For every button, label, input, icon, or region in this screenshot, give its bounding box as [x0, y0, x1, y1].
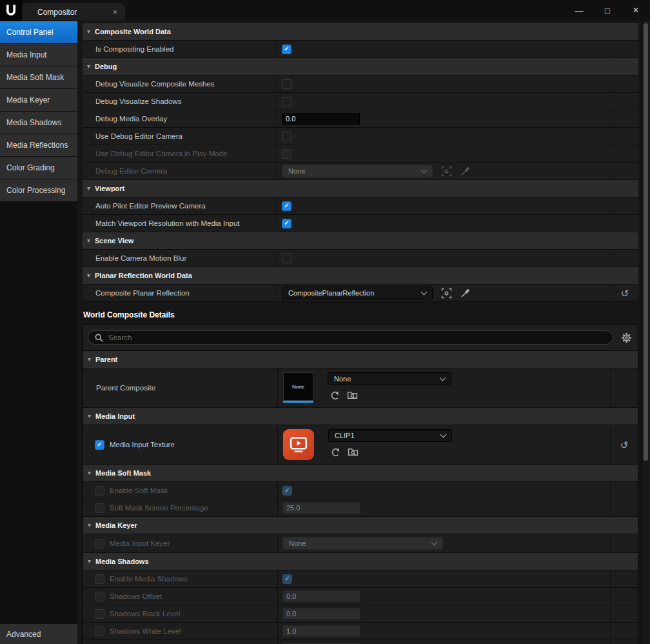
debug-visualize-shadows-checkbox[interactable]: [282, 97, 291, 106]
property-label: Soft Mask Screen Percentage: [110, 504, 208, 512]
section-header-debug[interactable]: ▾ Debug: [83, 58, 638, 75]
sidebar-item-media-keyer[interactable]: Media Keyer: [0, 89, 77, 111]
property-label: Media Input Keyer: [110, 539, 170, 547]
section-header-media-soft-mask[interactable]: ▾ Media Soft Mask: [83, 465, 638, 482]
reset-to-default-icon[interactable]: ↺: [621, 288, 629, 298]
row-shadows-gamma: Shadows Gamma: [83, 640, 638, 644]
tab-close-icon[interactable]: ×: [113, 8, 117, 17]
section-header-viewport[interactable]: ▾ Viewport: [83, 180, 638, 197]
browse-to-asset-icon[interactable]: [348, 447, 359, 458]
section-header-media-keyer[interactable]: ▾ Media Keyer: [83, 517, 638, 534]
eyedropper-icon[interactable]: [460, 288, 471, 298]
soft-mask-screen-percentage-override-checkbox[interactable]: [95, 503, 104, 513]
check-icon: ✓: [284, 576, 290, 582]
details-search-bar: [83, 325, 638, 351]
enable-camera-motion-blur-checkbox[interactable]: [282, 254, 291, 263]
unreal-logo-icon: [0, 0, 22, 21]
chevron-down-icon: [440, 374, 446, 381]
pick-actor-icon[interactable]: [441, 288, 452, 299]
scrollbar[interactable]: [641, 21, 650, 644]
sidebar-item-media-shadows[interactable]: Media Shadows: [0, 112, 77, 134]
row-soft-mask-screen-percentage: Soft Mask Screen Percentage: [83, 499, 638, 517]
collapse-triangle-icon: ▾: [88, 356, 91, 363]
property-label: Use Debug Editor Camera in Play Mode: [95, 150, 228, 157]
property-label: Enable Media Shadows: [110, 575, 188, 583]
match-viewport-resolution-checkbox[interactable]: ✓: [282, 219, 291, 228]
settings-gear-icon[interactable]: [619, 332, 633, 343]
section-header-planar-reflection-world-data[interactable]: ▾ Planar Reflection World Data: [83, 267, 638, 285]
row-parent-composite: Parent Composite None None: [83, 368, 638, 408]
reset-to-default-icon[interactable]: ↺: [620, 440, 629, 450]
media-input-texture-override-checkbox[interactable]: ✓: [95, 440, 104, 450]
composite-planar-reflection-dropdown[interactable]: CompositePlanarReflection: [282, 287, 433, 299]
titlebar-drag-area[interactable]: [125, 0, 565, 21]
debug-media-overlay-input[interactable]: [282, 113, 360, 125]
property-label: Media Input Texture: [110, 441, 175, 448]
scrollbar-thumb[interactable]: [644, 23, 648, 461]
section-header-composite-world-data[interactable]: ▾ Composite World Data: [83, 23, 638, 41]
minimize-button[interactable]: —: [565, 0, 593, 21]
row-use-debug-editor-camera-play-mode: Use Debug Editor Camera in Play Mode: [83, 145, 638, 163]
chevron-down-icon: [440, 431, 447, 438]
row-shadows-black-level: Shadows Black Level: [83, 605, 638, 623]
row-debug-visualize-composite-meshes: Debug Visualize Composite Meshes: [83, 75, 638, 93]
property-label: Composite Planar Reflection: [95, 289, 190, 297]
property-label: Shadows Offset: [110, 592, 162, 600]
sidebar-item-media-reflections[interactable]: Media Reflections: [0, 134, 77, 156]
search-field[interactable]: [88, 330, 613, 345]
collapse-triangle-icon: ▾: [87, 185, 90, 192]
media-texture-thumbnail[interactable]: [283, 429, 314, 460]
chevron-down-icon: [421, 288, 428, 295]
property-label: Parent Composite: [96, 384, 155, 392]
media-input-keyer-override-checkbox[interactable]: [95, 539, 104, 548]
search-input[interactable]: [108, 334, 607, 341]
enable-soft-mask-checkbox: ✓: [282, 486, 292, 496]
row-shadows-offset: Shadows Offset: [83, 588, 638, 605]
check-icon: ✓: [284, 203, 289, 209]
shadows-black-level-override-checkbox[interactable]: [95, 609, 104, 619]
is-compositing-enabled-checkbox[interactable]: ✓: [282, 45, 291, 54]
media-input-keyer-dropdown: None: [282, 537, 443, 550]
sidebar-item-color-grading[interactable]: Color Grading: [0, 157, 77, 179]
use-selected-asset-icon[interactable]: [330, 390, 340, 401]
media-player-icon: [289, 435, 308, 454]
sidebar-item-advanced[interactable]: Advanced: [0, 624, 77, 644]
shadows-white-level-override-checkbox[interactable]: [95, 627, 104, 636]
media-input-texture-dropdown[interactable]: CLIP1: [328, 429, 452, 442]
enable-media-shadows-override-checkbox[interactable]: [95, 574, 104, 584]
enable-soft-mask-override-checkbox[interactable]: [95, 486, 104, 496]
property-label: Is Compositing Enabled: [95, 45, 173, 53]
browse-to-asset-icon[interactable]: [347, 390, 358, 401]
row-match-viewport-resolution: Match Viewport Resolution with Media Inp…: [83, 215, 638, 232]
debug-visualize-composite-meshes-checkbox[interactable]: [282, 79, 291, 89]
shadows-offset-override-checkbox[interactable]: [95, 592, 104, 601]
parent-composite-dropdown[interactable]: None: [328, 372, 451, 385]
collapse-triangle-icon: ▾: [88, 558, 91, 565]
close-button[interactable]: ×: [622, 0, 650, 21]
section-header-media-input[interactable]: ▾ Media Input: [83, 408, 638, 425]
row-media-input-keyer: Media Input Keyer None: [83, 534, 638, 553]
auto-pilot-checkbox[interactable]: ✓: [282, 201, 291, 211]
sidebar-item-media-soft-mask[interactable]: Media Soft Mask: [0, 66, 77, 88]
sidebar-item-media-input[interactable]: Media Input: [0, 44, 77, 66]
row-is-compositing-enabled: Is Compositing Enabled ✓: [83, 41, 638, 58]
chevron-down-icon: [421, 166, 428, 173]
maximize-button[interactable]: □: [593, 0, 622, 21]
debug-editor-camera-dropdown: None: [282, 165, 433, 177]
sidebar-item-control-panel[interactable]: Control Panel: [0, 21, 77, 43]
control-panel-main: ▾ Composite World Data Is Compositing En…: [77, 21, 641, 644]
section-header-media-shadows[interactable]: ▾ Media Shadows: [83, 553, 638, 570]
world-composite-details-panel: ▾ Parent Parent Composite None None: [83, 324, 638, 644]
row-use-debug-editor-camera: Use Debug Editor Camera: [83, 128, 638, 145]
parent-composite-thumbnail[interactable]: None: [283, 372, 313, 403]
row-shadows-white-level: Shadows White Level: [83, 623, 638, 640]
use-debug-editor-camera-checkbox[interactable]: [282, 132, 291, 141]
collapse-triangle-icon: ▾: [87, 28, 90, 35]
use-debug-editor-camera-play-mode-checkbox: [282, 149, 291, 159]
section-header-parent[interactable]: ▾ Parent: [83, 351, 638, 368]
tab-compositor[interactable]: Compositor ×: [22, 3, 125, 21]
use-selected-asset-icon[interactable]: [330, 447, 340, 458]
sidebar-item-color-processing[interactable]: Color Processing: [0, 179, 77, 201]
section-header-scene-view[interactable]: ▾ Scene View: [83, 232, 638, 250]
titlebar: Compositor × — □ ×: [0, 0, 650, 21]
